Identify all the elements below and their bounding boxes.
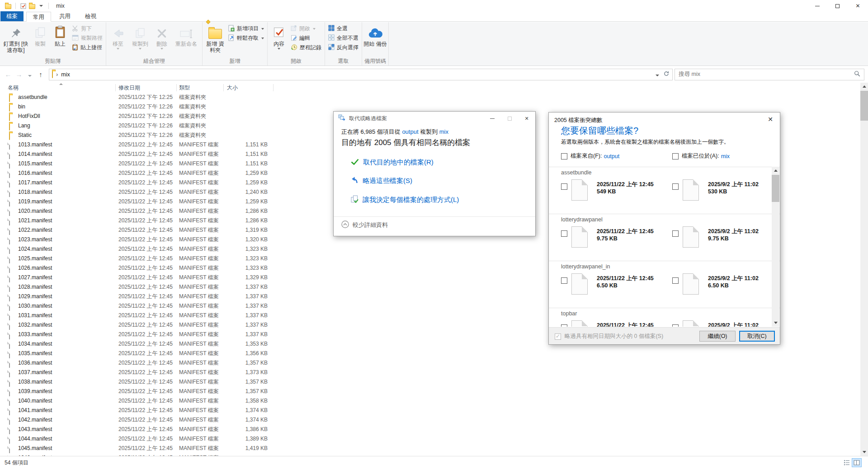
file-name[interactable]: 1045.manifest <box>18 444 114 453</box>
qat-customize-icon[interactable] <box>37 1 46 10</box>
skip-same-files-option[interactable]: 略過具有相同日期與大小的 0 個檔案(S) <box>555 333 663 340</box>
file-name[interactable]: HotFixDll <box>18 112 114 121</box>
breadcrumb-path[interactable]: mix <box>61 71 70 78</box>
file-row[interactable]: 1042.manifest 2025/11/22 上午 12:45 MANIFE… <box>0 415 860 425</box>
file-row[interactable]: 1037.manifest 2025/11/22 上午 12:45 MANIFE… <box>0 368 860 377</box>
file-row[interactable]: 1039.manifest 2025/11/22 上午 12:45 MANIFE… <box>0 387 860 396</box>
tab-home[interactable]: 常用 <box>26 12 51 22</box>
scroll-up-icon[interactable] <box>860 83 868 90</box>
new-item-button[interactable]: 新增項目 <box>226 24 266 33</box>
paste-button[interactable]: 貼上 <box>50 23 70 47</box>
conflict-dest-checkbox[interactable] <box>672 230 679 237</box>
copy-to-button[interactable]: 複製到 <box>128 23 152 50</box>
recent-locations-button[interactable] <box>24 70 35 78</box>
up-button[interactable]: ↑ <box>35 70 46 78</box>
file-name[interactable]: Lang <box>18 121 114 131</box>
tab-share[interactable]: 共用 <box>53 11 77 21</box>
file-name[interactable]: 1016.manifest <box>18 169 114 178</box>
conflict-source-checkbox[interactable] <box>561 230 567 237</box>
column-header-date[interactable]: 修改日期 <box>118 83 140 93</box>
qat-new-folder-icon[interactable] <box>28 1 37 10</box>
file-row[interactable]: assetbundle 2025/11/22 下午 12:25 檔案資料夾 <box>0 93 860 102</box>
minimize-button[interactable] <box>807 0 827 12</box>
file-name[interactable]: 1019.manifest <box>18 197 114 206</box>
easy-access-button[interactable]: 輕鬆存取 <box>226 33 266 43</box>
invert-selection-button[interactable]: 反向選擇 <box>326 43 360 52</box>
file-row[interactable]: 1038.manifest 2025/11/22 上午 12:45 MANIFE… <box>0 377 860 387</box>
file-name[interactable]: 1041.manifest <box>18 406 114 415</box>
file-name[interactable]: 1023.manifest <box>18 235 114 244</box>
file-name[interactable]: 1033.manifest <box>18 330 114 339</box>
scroll-down-icon[interactable] <box>860 448 868 456</box>
tab-file[interactable]: 檔案 <box>0 11 24 21</box>
rename-button[interactable]: 重新命名 <box>172 23 201 47</box>
cut-button[interactable]: 剪下 <box>70 24 104 33</box>
new-folder-button[interactable]: 新增 資料夾 <box>204 23 226 53</box>
move-to-button[interactable]: 移至 <box>108 23 128 50</box>
select-all-button[interactable]: 全選 <box>326 24 360 33</box>
file-name[interactable]: 1022.manifest <box>18 225 114 235</box>
source-folder-link[interactable]: output <box>402 128 418 135</box>
forward-button[interactable]: → <box>14 70 24 78</box>
file-name[interactable]: 1035.manifest <box>18 349 114 358</box>
copy-button[interactable]: 複製 <box>30 23 50 47</box>
conflict-scrollbar[interactable] <box>772 167 779 327</box>
file-name[interactable]: 1015.manifest <box>18 159 114 169</box>
dialog-close-button[interactable]: ✕ <box>518 112 535 125</box>
dialog-minimize-button[interactable] <box>484 112 501 125</box>
pin-to-quick-access-button[interactable]: 釘選到 [快速存取] <box>1 23 30 53</box>
dest-folder-link[interactable]: mix <box>439 128 448 135</box>
search-input[interactable]: 搜尋 mix <box>675 69 864 80</box>
file-row[interactable]: 1045.manifest 2025/11/22 上午 12:45 MANIFE… <box>0 444 860 453</box>
file-row[interactable]: bin 2025/11/22 下午 12:26 檔案資料夾 <box>0 102 860 112</box>
file-row[interactable]: 1036.manifest 2025/11/22 上午 12:45 MANIFE… <box>0 358 860 368</box>
replace-files-option[interactable]: 取代目的地中的檔案(R) <box>351 157 434 167</box>
file-row[interactable]: 1035.manifest 2025/11/22 上午 12:45 MANIFE… <box>0 349 860 358</box>
continue-button[interactable]: 繼續(O) <box>699 331 736 342</box>
paste-shortcut-button[interactable]: 貼上捷徑 <box>70 43 104 52</box>
conflict-dialog-close-button[interactable]: ✕ <box>766 115 775 124</box>
column-divider[interactable] <box>115 84 116 91</box>
scrollbar-thumb[interactable] <box>860 91 868 121</box>
details-view-button[interactable] <box>842 458 852 467</box>
file-name[interactable]: 1038.manifest <box>18 377 114 387</box>
column-divider[interactable] <box>176 84 177 91</box>
maximize-button[interactable] <box>827 0 848 12</box>
file-name[interactable]: 1040.manifest <box>18 396 114 406</box>
open-button[interactable]: 開啟 <box>289 24 323 33</box>
conflict-source-checkbox[interactable] <box>561 277 567 284</box>
file-name[interactable]: 1036.manifest <box>18 358 114 368</box>
file-name[interactable]: 1032.manifest <box>18 320 114 330</box>
fewer-details-toggle[interactable]: 較少詳細資料 <box>341 220 388 230</box>
file-name[interactable]: 1021.manifest <box>18 216 114 225</box>
refresh-icon[interactable] <box>664 71 669 78</box>
address-bar[interactable]: › mix <box>49 69 673 80</box>
tab-view[interactable]: 檢視 <box>79 11 103 21</box>
file-name[interactable]: 1030.manifest <box>18 301 114 311</box>
file-name[interactable]: 1037.manifest <box>18 368 114 377</box>
file-row[interactable]: 1041.manifest 2025/11/22 上午 12:45 MANIFE… <box>0 406 860 415</box>
select-none-button[interactable]: 全部不選 <box>326 33 360 43</box>
file-name[interactable]: 1039.manifest <box>18 387 114 396</box>
search-icon[interactable] <box>854 70 860 78</box>
file-name[interactable]: 1042.manifest <box>18 415 114 425</box>
address-dropdown-icon[interactable] <box>656 71 659 78</box>
select-all-source-option[interactable]: 檔案來自(F): output <box>561 152 619 160</box>
file-name[interactable]: 1017.manifest <box>18 178 114 188</box>
conflict-dest-checkbox[interactable] <box>672 324 679 327</box>
history-button[interactable]: 歷程記錄 <box>289 43 323 52</box>
file-name[interactable]: 1027.manifest <box>18 273 114 282</box>
file-row[interactable]: 1044.manifest 2025/11/22 上午 12:45 MANIFE… <box>0 434 860 444</box>
file-name[interactable]: 1028.manifest <box>18 282 114 292</box>
conflict-dest-checkbox[interactable] <box>672 183 679 190</box>
file-name[interactable]: 1034.manifest <box>18 339 114 349</box>
column-header-size[interactable]: 大小 <box>227 83 238 93</box>
delete-button[interactable]: 刪除 <box>152 23 172 50</box>
skip-same-checkbox[interactable] <box>555 333 561 340</box>
file-name[interactable]: 1014.manifest <box>18 150 114 159</box>
column-header-type[interactable]: 類型 <box>179 83 190 93</box>
close-button[interactable]: ✕ <box>848 0 868 12</box>
qat-properties-icon[interactable] <box>19 1 28 10</box>
conflict-scroll-down-icon[interactable] <box>772 319 779 327</box>
file-row[interactable]: 1040.manifest 2025/11/22 上午 12:45 MANIFE… <box>0 396 860 406</box>
